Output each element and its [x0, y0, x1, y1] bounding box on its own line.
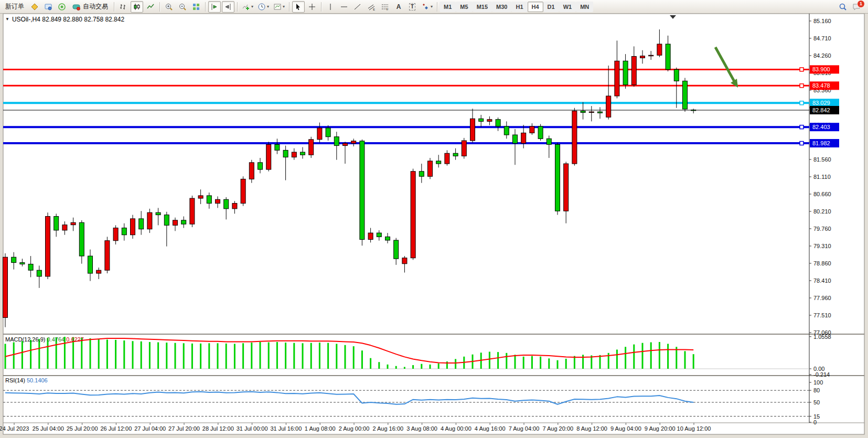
auto-trading-button[interactable]: 自动交易	[69, 1, 111, 13]
macd-bar	[438, 364, 440, 369]
notification-badge: 1	[857, 0, 865, 8]
auto-scroll-button[interactable]	[208, 1, 221, 13]
candle-body	[54, 217, 59, 230]
market-watch-button[interactable]	[28, 1, 41, 13]
candle-body	[131, 219, 135, 235]
timeframe-mn[interactable]: MN	[576, 2, 593, 12]
candle-body	[428, 161, 433, 176]
new-order-button[interactable]: 新订单	[2, 1, 27, 13]
zoom-in-icon	[165, 3, 173, 11]
templates-button[interactable]: ▾	[272, 1, 286, 13]
macd-bar	[285, 343, 286, 369]
time-axis-label: 9 Aug 04:00	[610, 425, 641, 432]
notifications-button[interactable]: 1	[850, 1, 863, 13]
indicators-button[interactable]: ▾	[240, 1, 255, 13]
add-indicator-icon	[242, 3, 250, 11]
macd-bar	[497, 352, 499, 369]
price-tick-label: 77.960	[813, 295, 831, 301]
macd-main-value: 0.4764	[47, 336, 65, 343]
candle-body	[62, 225, 67, 230]
timeframe-d1[interactable]: D1	[543, 2, 559, 12]
macd-bar	[13, 343, 15, 369]
macd-bar	[574, 356, 575, 369]
candle-body	[615, 61, 619, 96]
timeframe-m30[interactable]: M30	[492, 2, 511, 12]
crosshair-tool-button[interactable]	[306, 1, 318, 13]
candle-body	[419, 172, 424, 177]
time-axis-label: 7 Aug 04:00	[509, 425, 540, 432]
chart-ohlc-quote: 82.849 82.880 82.758 82.842	[42, 16, 124, 23]
price-badge-label: 82.842	[812, 107, 830, 113]
cursor-tool-button[interactable]	[292, 1, 305, 13]
candle-body	[385, 237, 390, 240]
time-axis-label: 4 Aug 16:00	[475, 425, 506, 432]
zoom-out-button[interactable]	[176, 1, 189, 13]
macd-bar	[676, 347, 677, 369]
time-axis-label: 2 Aug 16:00	[372, 425, 403, 432]
search-button[interactable]	[837, 1, 849, 13]
price-tick-label: 100	[813, 379, 823, 386]
timeframe-h4[interactable]: H4	[528, 2, 543, 12]
zoom-in-button[interactable]	[163, 1, 175, 13]
candle-body	[28, 264, 33, 270]
bar-chart-button[interactable]	[117, 1, 130, 13]
candle-body	[249, 163, 254, 179]
candle-body	[164, 215, 169, 226]
macd-bar	[430, 365, 431, 369]
macd-bar	[633, 345, 635, 369]
horizontal-line-tool-button[interactable]	[338, 1, 350, 13]
candlestick-chart-button[interactable]	[131, 1, 143, 13]
trendline-tool-button[interactable]	[351, 1, 364, 13]
chevron-down-icon: ▾	[283, 4, 285, 9]
zoom-out-icon	[178, 3, 187, 11]
price-tick-label: 78.410	[813, 277, 831, 284]
macd-bar	[157, 343, 159, 369]
gold-diamond-icon	[30, 3, 39, 11]
collapse-triangle-icon[interactable]: ▼	[5, 17, 9, 22]
macd-bar	[106, 339, 108, 369]
data-window-icon	[44, 3, 52, 11]
chart-shift-button[interactable]	[222, 1, 234, 13]
macd-bar	[625, 347, 626, 369]
candle-body	[589, 112, 594, 112]
tile-windows-button[interactable]	[190, 1, 202, 13]
price-tick-label: 81.110	[813, 174, 831, 180]
text-label-tool-button[interactable]: T	[406, 1, 419, 13]
macd-bar	[30, 340, 31, 369]
macd-bar	[260, 342, 261, 369]
candle-body	[530, 126, 534, 133]
equidistant-channel-icon: E	[367, 3, 376, 11]
rsi-name: RSI(14)	[5, 377, 25, 383]
timeframe-h1[interactable]: H1	[511, 2, 527, 12]
candle-body	[190, 198, 195, 224]
navigator-button[interactable]	[56, 1, 68, 13]
fibonacci-tool-button[interactable]: F	[379, 1, 391, 13]
candle-body	[564, 164, 569, 211]
candle-body	[224, 199, 229, 209]
channel-tool-button[interactable]: E	[365, 1, 378, 13]
candle-body	[241, 179, 245, 203]
time-axis-label: 2 Aug 00:00	[339, 425, 370, 432]
periods-button[interactable]: ▾	[256, 1, 271, 13]
macd-bar	[183, 343, 185, 369]
time-axis-label: 9 Aug 20:00	[645, 425, 676, 432]
text-tool-icon: A	[397, 3, 401, 10]
macd-bar	[319, 343, 320, 369]
price-tick-label: 81.560	[813, 156, 831, 163]
line-handle	[800, 142, 803, 145]
data-window-button[interactable]	[42, 1, 55, 13]
macd-bar	[361, 350, 363, 369]
timeframe-m15[interactable]: M15	[473, 2, 492, 12]
line-chart-button[interactable]	[144, 1, 157, 13]
candle-body	[657, 44, 662, 55]
text-tool-button[interactable]: A	[392, 1, 405, 13]
timeframe-w1[interactable]: W1	[559, 2, 576, 12]
candle-body	[581, 111, 585, 113]
timeframe-m5[interactable]: M5	[456, 2, 472, 12]
macd-name: MACD(12,26,9)	[5, 336, 45, 343]
price-tick-label: 1.0558	[813, 334, 831, 340]
timeframe-m1[interactable]: M1	[440, 2, 456, 12]
candle-body	[572, 111, 577, 164]
vertical-line-tool-button[interactable]	[324, 1, 337, 13]
arrows-tool-button[interactable]: ▾	[420, 1, 434, 13]
